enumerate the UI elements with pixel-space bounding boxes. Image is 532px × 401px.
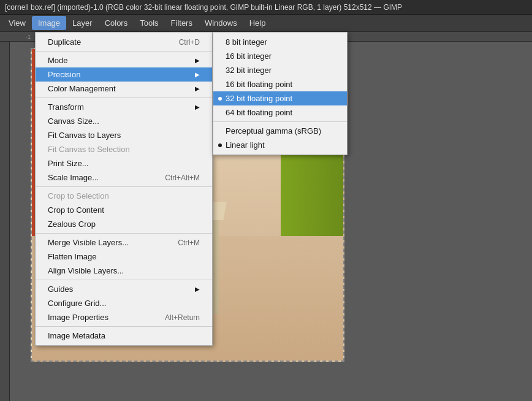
menu-help[interactable]: Help [243, 16, 272, 30]
menu-image[interactable]: Image [32, 16, 66, 30]
menu-32bit-int[interactable]: 32 bit integer [213, 63, 347, 77]
menu-image-metadata[interactable]: Image Metadata [36, 329, 212, 343]
menu-canvas-size[interactable]: Canvas Size... [36, 114, 212, 128]
menu-filters[interactable]: Filters [165, 16, 199, 30]
menu-32bit-float[interactable]: 32 bit floating point [213, 91, 347, 105]
menu-duplicate[interactable]: Duplicate Ctrl+D [36, 35, 212, 49]
menu-layer[interactable]: Layer [66, 16, 99, 30]
menu-colors[interactable]: Colors [99, 16, 134, 30]
menu-flatten-image[interactable]: Flatten Image [36, 250, 212, 264]
menu-transform[interactable]: Transform ▶ [36, 100, 212, 114]
menu-precision[interactable]: Precision ▶ [36, 67, 212, 82]
menu-guides[interactable]: Guides ▶ [36, 282, 212, 296]
menu-print-size[interactable]: Print Size... [36, 156, 212, 170]
menu-view[interactable]: View [2, 16, 32, 30]
menu-align-visible[interactable]: Align Visible Layers... [36, 264, 212, 278]
menu-16bit-int[interactable]: 16 bit integer [213, 49, 347, 63]
separator [36, 326, 212, 327]
menu-tools[interactable]: Tools [134, 16, 164, 30]
menu-8bit-int[interactable]: 8 bit integer [213, 35, 347, 49]
menu-configure-grid[interactable]: Configure Grid... [36, 296, 212, 310]
menu-color-management[interactable]: Color Management ▶ [36, 82, 212, 96]
menu-merge-visible[interactable]: Merge Visible Layers... Ctrl+M [36, 235, 212, 250]
menu-fit-canvas-layers[interactable]: Fit Canvas to Layers [36, 128, 212, 142]
menu-zealous-crop[interactable]: Zealous Crop [36, 217, 212, 231]
menu-linear-light[interactable]: Linear light [213, 138, 347, 152]
radio-dot-icon [218, 97, 222, 101]
image-dropdown-menu: Duplicate Ctrl+D Mode ▶ Precision ▶ Colo… [35, 32, 213, 346]
menu-image-properties[interactable]: Image Properties Alt+Return [36, 310, 212, 324]
menu-64bit-float[interactable]: 64 bit floating point [213, 105, 347, 120]
menu-fit-canvas-selection: Fit Canvas to Selection [36, 142, 212, 156]
separator [36, 51, 212, 52]
menu-perceptual-gamma[interactable]: Perceptual gamma (sRGB) [213, 124, 347, 138]
separator [213, 121, 347, 122]
menu-bar: View Image Layer Colors Tools Filters Wi… [0, 15, 532, 32]
menu-crop-selection: Crop to Selection [36, 189, 212, 203]
separator [36, 97, 212, 98]
title-bar: [cornell box.ref] (imported)-1.0 (RGB co… [0, 0, 532, 15]
radio-dot-icon [218, 143, 222, 147]
separator [36, 280, 212, 280]
menu-mode[interactable]: Mode ▶ [36, 53, 212, 67]
menu-crop-content[interactable]: Crop to Content [36, 203, 212, 217]
menu-16bit-float[interactable]: 16 bit floating point [213, 77, 347, 91]
ruler-mark: -1 [26, 34, 31, 40]
title-text: [cornell box.ref] (imported)-1.0 (RGB co… [5, 3, 402, 12]
menu-scale-image[interactable]: Scale Image... Ctrl+Alt+M [36, 170, 212, 185]
separator [36, 186, 212, 187]
precision-submenu: 8 bit integer 16 bit integer 32 bit inte… [213, 32, 348, 155]
ruler-vertical [0, 42, 10, 401]
menu-windows[interactable]: Windows [199, 16, 243, 30]
separator [36, 233, 212, 234]
